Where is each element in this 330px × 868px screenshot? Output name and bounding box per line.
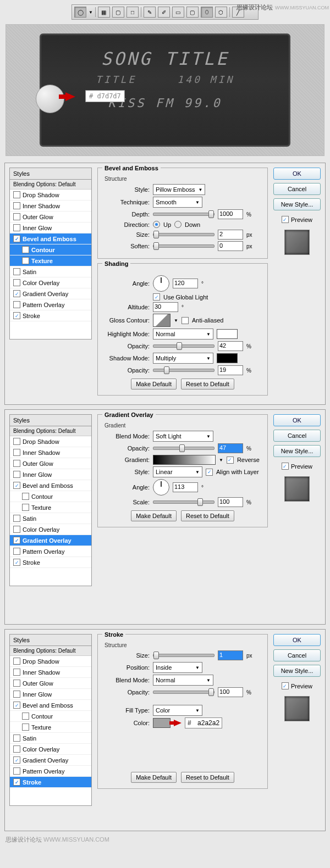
preview-checkbox[interactable]	[282, 682, 289, 689]
cancel-button[interactable]: Cancel	[273, 649, 321, 661]
fill-type-select[interactable]: Color▼	[153, 705, 202, 716]
angle-wheel[interactable]	[153, 275, 169, 292]
ellipse-shape-icon[interactable]: ⬯	[201, 7, 213, 18]
effect-gradient-overlay[interactable]: Gradient Overlay	[10, 755, 91, 766]
gradient-style-select[interactable]: Linear▼	[153, 466, 202, 477]
checkbox[interactable]	[13, 235, 20, 242]
opacity-input[interactable]: 100	[218, 687, 243, 697]
effect-color-overlay[interactable]: Color Overlay	[10, 524, 91, 535]
new-style-button[interactable]: New Style...	[273, 445, 321, 457]
checkbox[interactable]	[13, 537, 20, 544]
checkbox[interactable]	[13, 735, 20, 742]
blend-mode-select[interactable]: Soft Light▼	[153, 431, 213, 442]
checkbox[interactable]	[13, 559, 20, 566]
ok-button[interactable]: OK	[273, 634, 321, 646]
effect-inner-shadow[interactable]: Inner Shadow	[10, 447, 91, 458]
styles-header[interactable]: Styles	[9, 168, 92, 180]
size-input[interactable]: 1	[218, 650, 243, 660]
effect-outer-glow[interactable]: Outer Glow	[10, 678, 91, 689]
new-style-button[interactable]: New Style...	[273, 665, 321, 677]
antialiased-checkbox[interactable]	[182, 317, 189, 324]
effect-color-overlay[interactable]: Color Overlay	[10, 744, 91, 755]
effect-texture[interactable]: Texture	[10, 722, 91, 733]
pen-icon[interactable]: ✎	[144, 7, 156, 18]
shadow-mode-select[interactable]: Multiply▼	[153, 353, 213, 364]
effect-gradient-overlay[interactable]: Gradient Overlay	[10, 288, 91, 299]
effect-color-overlay[interactable]: Color Overlay	[10, 277, 91, 288]
checkbox[interactable]	[13, 268, 20, 275]
checkbox[interactable]	[22, 246, 29, 253]
polygon-icon[interactable]: ⬡	[215, 7, 227, 18]
effect-stroke[interactable]: Stroke	[10, 310, 91, 321]
effect-satin[interactable]: Satin	[10, 266, 91, 277]
checkbox[interactable]	[13, 658, 20, 665]
effect-contour[interactable]: Contour	[10, 244, 91, 255]
checkbox[interactable]	[13, 213, 20, 220]
highlight-opacity-slider[interactable]	[153, 344, 215, 348]
reset-default-button[interactable]: Reset to Default	[181, 510, 234, 521]
checkbox[interactable]	[13, 290, 20, 297]
effect-bevel-emboss[interactable]: Bevel and Emboss	[10, 480, 91, 491]
fill-pixels-icon[interactable]: □	[127, 7, 139, 18]
checkbox[interactable]	[13, 460, 20, 467]
shape-layers-icon[interactable]: ▦	[98, 7, 110, 18]
highlight-opacity-input[interactable]: 42	[218, 341, 243, 351]
effect-pattern-overlay[interactable]: Pattern Overlay	[10, 299, 91, 310]
technique-select[interactable]: Smooth▼	[153, 197, 202, 208]
effect-inner-shadow[interactable]: Inner Shadow	[10, 667, 91, 678]
effect-contour[interactable]: Contour	[10, 711, 91, 722]
effect-drop-shadow[interactable]: Drop Shadow	[10, 656, 91, 667]
checkbox[interactable]	[13, 301, 20, 308]
checkbox[interactable]	[22, 504, 29, 511]
effect-inner-glow[interactable]: Inner Glow	[10, 469, 91, 480]
rectangle-icon[interactable]: ▭	[172, 7, 184, 18]
effect-outer-glow[interactable]: Outer Glow	[10, 458, 91, 469]
reverse-checkbox[interactable]	[227, 457, 234, 464]
effect-bevel-emboss[interactable]: Bevel and Emboss	[10, 700, 91, 711]
effect-stroke[interactable]: Stroke	[10, 557, 91, 568]
scale-slider[interactable]	[153, 500, 215, 504]
checkbox[interactable]	[13, 680, 20, 687]
blending-options-row[interactable]: Blending Options: Default	[10, 426, 91, 436]
make-default-button[interactable]: Make Default	[131, 510, 177, 521]
checkbox[interactable]	[13, 669, 20, 676]
effect-contour[interactable]: Contour	[10, 491, 91, 502]
soften-slider[interactable]	[153, 244, 215, 248]
effect-pattern-overlay[interactable]: Pattern Overlay	[10, 766, 91, 777]
styles-header[interactable]: Styles	[9, 634, 92, 646]
effect-satin[interactable]: Satin	[10, 733, 91, 744]
position-select[interactable]: Inside▼	[153, 662, 202, 673]
effect-stroke[interactable]: Stroke	[10, 777, 91, 788]
effect-inner-glow[interactable]: Inner Glow	[10, 689, 91, 700]
opacity-slider[interactable]	[153, 447, 215, 450]
preview-checkbox[interactable]	[282, 216, 289, 223]
direction-up-radio[interactable]	[153, 221, 160, 228]
checkbox[interactable]	[13, 224, 20, 231]
reset-default-button[interactable]: Reset to Default	[181, 379, 234, 390]
effect-bevel-emboss[interactable]: Bevel and Emboss	[10, 233, 91, 244]
depth-slider[interactable]	[153, 213, 215, 216]
effect-texture[interactable]: Texture	[10, 255, 91, 266]
paths-icon[interactable]: ▢	[112, 7, 124, 18]
ok-button[interactable]: OK	[273, 168, 321, 180]
angle-wheel[interactable]	[153, 479, 169, 496]
highlight-mode-select[interactable]: Normal▼	[153, 329, 213, 340]
checkbox[interactable]	[22, 493, 29, 500]
blending-options-row[interactable]: Blending Options: Default	[10, 180, 91, 190]
checkbox[interactable]	[13, 312, 20, 319]
size-slider[interactable]	[153, 654, 215, 657]
opacity-input[interactable]: 47	[218, 443, 243, 453]
checkbox[interactable]	[22, 257, 29, 264]
angle-input[interactable]: 113	[173, 482, 198, 492]
effect-drop-shadow[interactable]: Drop Shadow	[10, 436, 91, 447]
checkbox[interactable]	[13, 702, 20, 709]
cancel-button[interactable]: Cancel	[273, 183, 321, 195]
align-checkbox[interactable]	[206, 469, 213, 476]
freeform-pen-icon[interactable]: ✐	[158, 7, 170, 18]
checkbox[interactable]	[22, 713, 29, 720]
blend-mode-select[interactable]: Normal▼	[153, 675, 213, 686]
size-input[interactable]: 2	[218, 230, 243, 240]
blending-options-row[interactable]: Blending Options: Default	[10, 646, 91, 656]
effect-inner-glow[interactable]: Inner Glow	[10, 222, 91, 233]
checkbox[interactable]	[13, 471, 20, 478]
